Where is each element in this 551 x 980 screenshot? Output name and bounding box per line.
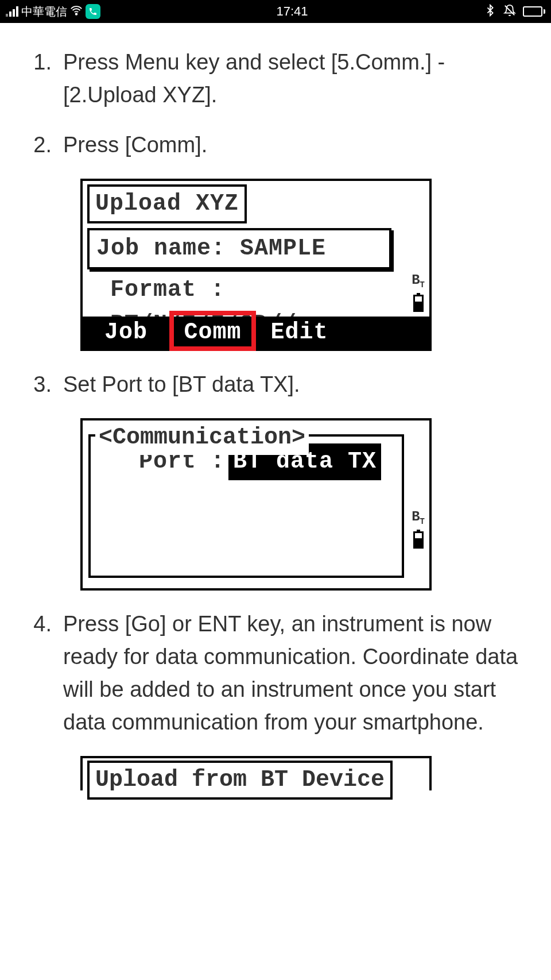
battery-mini-icon [413, 531, 424, 549]
step-text: Press [Go] or ENT key, an instrument is … [63, 608, 534, 739]
lcd-screen: Upload XYZ Job name: SAMPLE Format : PT/… [80, 179, 432, 351]
step-number: 3. [17, 368, 63, 401]
lcd-fieldset-label: <Communication> [95, 420, 309, 455]
softkey-comm: Comm [169, 315, 256, 350]
step-3: 3. Set Port to [BT data TX]. [17, 368, 534, 401]
lcd-softkey-bar: Job Comm Edit [83, 317, 429, 349]
step-1: 1. Press Menu key and select [5.Comm.] -… [17, 46, 534, 111]
lcd-fieldset: <Communication> Port : BT data TX [88, 434, 404, 578]
lcd-side-icons: BT [412, 507, 425, 549]
lcd-screenshot-1: Upload XYZ Job name: SAMPLE Format : PT/… [80, 179, 432, 351]
step-text: Press Menu key and select [5.Comm.] - [2… [63, 46, 534, 111]
clock-label: 17:41 [276, 4, 308, 19]
carrier-label: 中華電信 [21, 4, 67, 20]
step-2: 2. Press [Comm]. [17, 129, 534, 161]
signal-icon [6, 6, 18, 17]
status-bar: 中華電信 17:41 [0, 0, 551, 23]
step-4: 4. Press [Go] or ENT key, an instrument … [17, 608, 534, 739]
document-content: 1. Press Menu key and select [5.Comm.] -… [0, 23, 551, 790]
softkey-comm-label: Comm [184, 319, 241, 345]
step-number: 4. [17, 608, 63, 739]
softkey-job: Job [83, 315, 169, 350]
phone-badge-icon [86, 4, 100, 19]
lcd-screenshot-3: Upload from BT Device [80, 756, 432, 790]
svg-point-0 [76, 13, 77, 15]
step-number: 2. [17, 129, 63, 161]
status-left: 中華電信 [6, 4, 100, 20]
battery-icon [523, 6, 545, 17]
bluetooth-mini-icon: BT [412, 270, 425, 291]
lcd-jobname: Job name: SAMPLE [87, 228, 391, 269]
lcd-screen: <Communication> Port : BT data TX BT [80, 418, 432, 591]
status-right [484, 4, 545, 20]
step-number: 1. [17, 46, 63, 111]
lcd-screen: Upload from BT Device [80, 756, 432, 790]
lcd-title: Upload from BT Device [87, 761, 393, 800]
bluetooth-icon [484, 4, 496, 20]
bluetooth-mini-icon: BT [412, 507, 425, 528]
softkey-edit: Edit [256, 315, 343, 350]
lcd-screenshot-2: <Communication> Port : BT data TX BT [80, 418, 432, 591]
step-text: Set Port to [BT data TX]. [63, 368, 534, 401]
wifi-icon [70, 4, 83, 20]
step-text: Press [Comm]. [63, 129, 534, 161]
battery-mini-icon [413, 295, 424, 312]
lcd-side-icons: BT [412, 270, 425, 312]
lcd-title: Upload XYZ [87, 184, 247, 223]
bell-muted-icon [503, 4, 516, 20]
